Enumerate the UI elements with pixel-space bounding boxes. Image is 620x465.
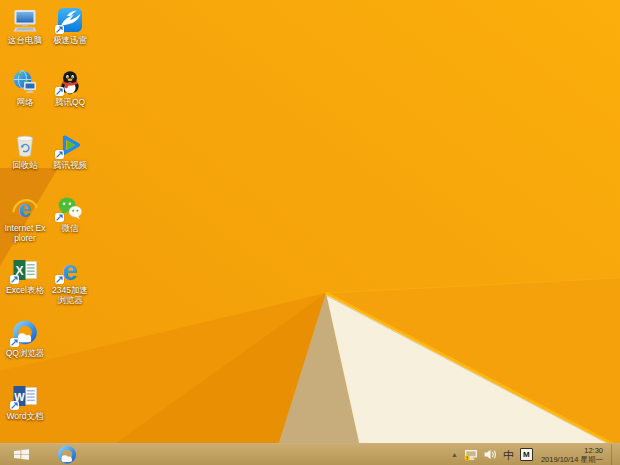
recycle-bin-icon [12,132,38,158]
taskbar-clock[interactable]: 12:30 2019/10/14 星期一 [539,446,603,464]
desktop-icon-thunder[interactable]: 极速迅雷 [48,7,92,45]
thunder-bird-icon [57,7,83,33]
shortcut-arrow-icon [55,25,64,34]
desktop-icon-label: Internet Explorer [3,223,47,243]
wechat-bubbles-icon [57,195,83,221]
desktop-icon-label: 腾讯QQ [48,97,92,107]
shortcut-arrow-icon [55,150,64,159]
ime-language-indicator[interactable]: 中 [503,444,514,465]
desktop-icon-recycle-bin[interactable]: 回收站 [3,132,47,170]
desktop-icon-qq-browser[interactable]: QQ浏览器 [3,320,47,358]
this-pc-icon [12,7,38,33]
clock-time: 12:30 [541,446,603,455]
desktop-icon-label: 2345加速浏览器 [48,285,92,305]
desktop-icon-label: 微信 [48,223,92,233]
desktop-icon-excel[interactable]: XExcel表格 [3,257,47,295]
desktop-icon-browser-2345[interactable]: e2345加速浏览器 [48,257,92,305]
desktop-icon-label: Word文档 [3,411,47,421]
shortcut-arrow-icon [55,213,64,222]
windows-logo-icon [14,449,29,460]
shortcut-arrow-icon [55,87,64,96]
shortcut-arrow-icon [55,275,64,284]
desktop-icon-network[interactable]: 网络 [3,69,47,107]
desktop-icon-label: 回收站 [3,160,47,170]
svg-text:e: e [62,257,77,283]
tencent-video-play-icon [57,132,83,158]
taskbar-pinned-qq-browser[interactable] [50,444,84,465]
tray-chevron-up-icon[interactable]: ▲ [451,444,458,465]
clock-date: 2019/10/14 星期一 [541,455,603,464]
volume-icon[interactable] [484,444,497,465]
desktop-icon-label: 极速迅雷 [48,35,92,45]
shortcut-arrow-icon [10,401,19,410]
desktop-icon-label: 网络 [3,97,47,107]
desktop-icon-label: QQ浏览器 [3,348,47,358]
qq-penguin-icon [57,69,83,95]
desktop-icon-label: 这台电脑 [3,35,47,45]
excel-icon: X [12,257,38,283]
taskbar: ▲ 中 M 12:30 2019/10/14 星期 [0,443,620,465]
shortcut-arrow-icon [10,275,19,284]
shortcut-arrow-icon [10,338,19,347]
desktop-icon-label: Excel表格 [3,285,47,295]
network-globe-icon [12,69,38,95]
desktop-icon-this-pc[interactable]: 这台电脑 [3,7,47,45]
desktop-icon-internet-explorer[interactable]: eInternet Explorer [3,195,47,243]
ime-mspy-icon[interactable]: M [520,444,533,465]
start-button[interactable] [5,444,37,465]
system-tray: ▲ 中 M 12:30 2019/10/14 星期 [451,444,620,465]
2345-browser-e-icon: e [57,257,83,283]
desktop-icon-tencent-qq[interactable]: 腾讯QQ [48,69,92,107]
desktop-icon-wechat[interactable]: 微信 [48,195,92,233]
show-desktop-button[interactable] [611,444,615,465]
desktop-icon-tencent-video[interactable]: 腾讯视频 [48,132,92,170]
ie-icon: e [12,195,38,221]
desktop-icon-word[interactable]: WWord文档 [3,383,47,421]
network-status-icon[interactable] [464,444,478,465]
desktop-icon-label: 腾讯视频 [48,160,92,170]
qq-browser-icon [12,320,38,346]
word-icon: W [12,383,38,409]
desktop-icon-grid: 这台电脑极速迅雷网络腾讯QQ回收站腾讯视频eInternet Explorer微… [0,0,620,443]
